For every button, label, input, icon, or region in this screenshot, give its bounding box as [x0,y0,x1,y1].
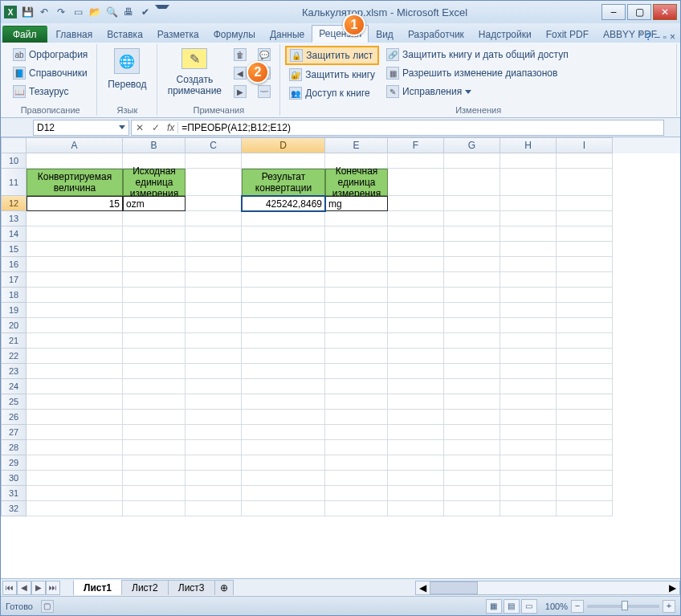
cell-C23[interactable] [186,364,242,379]
cell-F18[interactable] [388,288,444,303]
grid-scroll[interactable]: ABCDEFGHI1011Конвертируемая величинаИсхо… [1,137,680,578]
cell-F22[interactable] [388,349,444,364]
zoom-in-button[interactable]: + [663,600,675,613]
tab-разметка[interactable]: Разметка [150,26,206,43]
cell-I22[interactable] [557,349,613,364]
cell-F11[interactable] [388,169,444,196]
cell-I24[interactable] [557,379,613,394]
cell-A23[interactable] [27,364,123,379]
sheet-tab-Лист3[interactable]: Лист3 [168,580,215,595]
cell-D11[interactable]: Результат конвертации [242,169,325,196]
cell-G22[interactable] [444,349,500,364]
cell-F28[interactable] [388,440,444,455]
cell-A21[interactable] [27,333,123,349]
cell-B17[interactable] [123,272,186,288]
cell-G21[interactable] [444,333,500,349]
tab-вид[interactable]: Вид [369,26,401,43]
cell-E27[interactable] [325,425,388,440]
cell-G17[interactable] [444,272,500,288]
cell-E22[interactable] [325,349,388,364]
cell-B19[interactable] [123,303,186,318]
cell-E21[interactable] [325,333,388,349]
cell-D12[interactable]: 425242,8469 [242,196,325,211]
cell-E14[interactable] [325,226,388,242]
cell-H22[interactable] [500,349,557,364]
cell-F16[interactable] [388,257,444,272]
cell-E29[interactable] [325,455,388,471]
zoom-slider[interactable] [587,605,659,608]
row-header-31[interactable]: 31 [1,486,27,501]
cell-C29[interactable] [186,455,242,471]
cell-H15[interactable] [500,242,557,257]
cell-B12[interactable]: ozm [123,196,186,211]
cell-C20[interactable] [186,318,242,333]
col-header-C[interactable]: C [186,137,242,153]
cell-F24[interactable] [388,379,444,394]
cell-C12[interactable] [186,196,242,211]
close-button[interactable]: ✕ [653,4,677,20]
thesaurus-button[interactable]: 📖Тезаурус [9,83,92,100]
row-header-17[interactable]: 17 [1,272,27,288]
cell-H28[interactable] [500,440,557,455]
row-header-25[interactable]: 25 [1,394,27,410]
sheet-nav-prev-icon[interactable]: ◀ [17,581,31,595]
qat-spell-icon[interactable]: ✔ [138,5,153,19]
cell-A26[interactable] [27,410,123,425]
cell-B18[interactable] [123,288,186,303]
sheet-tab-Лист1[interactable]: Лист1 [73,580,122,595]
cell-E11[interactable]: Конечная единица измерения [325,169,388,196]
mdi-minimize-icon[interactable]: – [654,31,660,43]
qat-redo-icon[interactable]: ↷ [54,5,68,19]
cell-D20[interactable] [242,318,325,333]
cell-C17[interactable] [186,272,242,288]
cell-B25[interactable] [123,394,186,410]
cell-I20[interactable] [557,318,613,333]
delete-comment-button[interactable]: 🗑 [230,46,251,63]
row-header-20[interactable]: 20 [1,318,27,333]
cell-G12[interactable] [444,196,500,211]
cell-H26[interactable] [500,410,557,425]
protect-share-button[interactable]: 🔗Защитить книгу и дать общий доступ [382,46,573,63]
cell-D18[interactable] [242,288,325,303]
cell-E31[interactable] [325,486,388,501]
tab-foxit pdf[interactable]: Foxit PDF [539,26,596,43]
view-normal-icon[interactable]: ▦ [486,599,502,614]
qat-customize-icon[interactable] [155,5,169,19]
cell-H30[interactable] [500,471,557,486]
cell-C14[interactable] [186,226,242,242]
cell-A20[interactable] [27,318,123,333]
cell-A16[interactable] [27,257,123,272]
cell-F15[interactable] [388,242,444,257]
mdi-restore-icon[interactable]: ▫ [663,31,667,43]
cell-C28[interactable] [186,440,242,455]
next-comment-button[interactable]: ▶ [230,83,251,100]
cell-C30[interactable] [186,471,242,486]
view-break-icon[interactable]: ▭ [521,599,537,614]
tab-надстройки[interactable]: Надстройки [471,26,539,43]
cell-C26[interactable] [186,410,242,425]
cell-H11[interactable] [500,169,557,196]
row-header-12[interactable]: 12 [1,196,27,211]
cell-E20[interactable] [325,318,388,333]
row-header-10[interactable]: 10 [1,153,27,169]
row-header-27[interactable]: 27 [1,425,27,440]
cell-E16[interactable] [325,257,388,272]
row-header-26[interactable]: 26 [1,410,27,425]
cell-B32[interactable] [123,501,186,516]
col-header-H[interactable]: H [500,137,557,153]
cell-D27[interactable] [242,425,325,440]
cell-B30[interactable] [123,471,186,486]
cell-E32[interactable] [325,501,388,516]
cell-A25[interactable] [27,394,123,410]
qat-quickprint-icon[interactable]: 🖶 [121,5,136,19]
name-box[interactable]: D12 [33,120,129,136]
cell-E18[interactable] [325,288,388,303]
cell-C25[interactable] [186,394,242,410]
cell-A11[interactable]: Конвертируемая величина [27,169,123,196]
cell-F27[interactable] [388,425,444,440]
cell-C31[interactable] [186,486,242,501]
help-icon[interactable]: ? [646,31,651,43]
zoom-thumb[interactable] [622,601,628,610]
cell-A12[interactable]: 15 [27,196,123,211]
cell-G14[interactable] [444,226,500,242]
